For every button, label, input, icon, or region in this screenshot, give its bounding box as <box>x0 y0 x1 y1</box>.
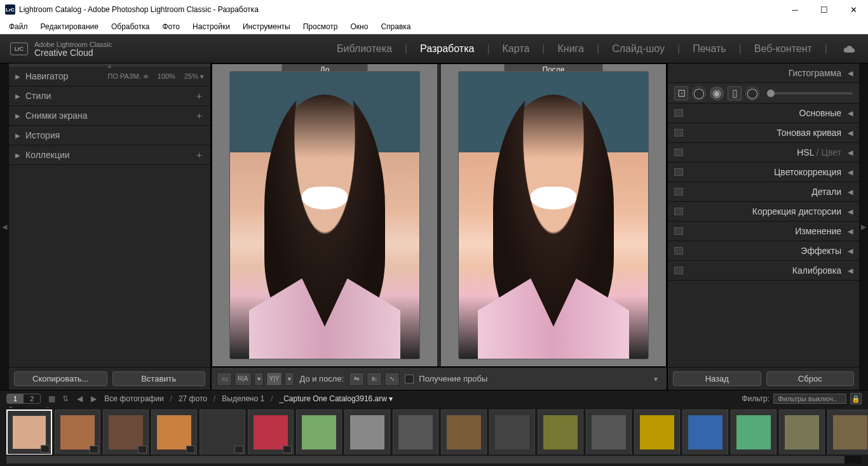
module-print[interactable]: Печать <box>684 39 735 58</box>
menu-view[interactable]: Просмотр <box>297 20 344 33</box>
before-view[interactable]: До <box>212 64 437 366</box>
before-after-lr-button[interactable]: Y|Y <box>266 372 283 386</box>
filter-lock-icon[interactable]: 🔒 <box>850 393 862 404</box>
loupe-view-button[interactable]: ▭ <box>217 372 232 386</box>
soft-proof-checkbox[interactable] <box>405 375 414 383</box>
swap-before-after-button[interactable]: ⇆ <box>349 372 364 386</box>
radial-filter-button[interactable]: ◯ <box>745 86 759 100</box>
navigator-zoom-25[interactable]: 25% ▾ <box>184 72 204 81</box>
menu-settings[interactable]: Настройки <box>186 20 236 33</box>
panel-switch-icon[interactable] <box>674 109 683 117</box>
hsl-color-header[interactable]: HSL / Цвет◀ <box>668 143 859 163</box>
window-close-button[interactable]: ✕ <box>839 0 868 19</box>
menu-file[interactable]: Файл <box>3 20 34 33</box>
left-panel-collapse[interactable]: ◀ <box>0 63 9 390</box>
thumbnail[interactable]: 13⇅ <box>586 409 632 455</box>
panel-switch-icon[interactable] <box>674 247 683 255</box>
presets-header[interactable]: ▶Стили＋ <box>9 86 210 106</box>
plus-icon[interactable]: ＋ <box>194 110 204 122</box>
calibration-panel-header[interactable]: Калибровка◀ <box>668 261 859 281</box>
copy-after-to-before-button[interactable]: ⤡ <box>384 372 400 386</box>
panel-switch-icon[interactable] <box>674 188 683 196</box>
menu-tools[interactable]: Инструменты <box>236 20 297 33</box>
detail-panel-header[interactable]: Детали◀ <box>668 182 859 202</box>
top-panel-toggle[interactable]: ▲ <box>107 62 113 69</box>
plus-icon[interactable]: ＋ <box>194 90 204 102</box>
prev-photo-icon[interactable]: ◀ <box>75 394 84 403</box>
filmstrip-source[interactable]: Все фотографии <box>104 394 163 403</box>
plus-icon[interactable]: ＋ <box>194 149 204 161</box>
reference-view-button[interactable]: R|A <box>234 372 252 386</box>
thumbnail[interactable]: 4⇅ <box>151 409 197 455</box>
module-map[interactable]: Карта <box>494 39 539 58</box>
thumbnail-strip[interactable]: 1⇅2⇅3⇅4⇅5⇅6⇅7⇅8⇅9⇅10⇅11⇅12⇅13⇅14⇅15⇅16⇅1… <box>0 407 868 455</box>
sort-icon[interactable]: ⇅ <box>61 394 70 403</box>
thumbnail[interactable]: 6⇅ <box>248 409 294 455</box>
thumbnail[interactable]: 12⇅ <box>538 409 583 455</box>
module-library[interactable]: Библиотека <box>328 39 401 58</box>
panel-switch-icon[interactable] <box>674 267 683 274</box>
panel-switch-icon[interactable] <box>674 208 683 215</box>
menu-window[interactable]: Окно <box>344 20 375 33</box>
menu-help[interactable]: Справка <box>374 20 417 33</box>
menu-edit[interactable]: Редактирование <box>34 20 105 33</box>
redeye-tool-button[interactable]: ◉ <box>710 86 724 100</box>
reference-dropdown[interactable]: ▾ <box>254 372 264 386</box>
mask-slider[interactable] <box>767 92 853 95</box>
panel-switch-icon[interactable] <box>674 149 683 156</box>
histogram-header[interactable]: Гистограмма◀ <box>668 63 859 83</box>
module-book[interactable]: Книга <box>549 39 593 58</box>
next-photo-icon[interactable]: ▶ <box>89 394 98 403</box>
filter-dropdown[interactable]: Фильтры выключ.. <box>773 394 846 404</box>
navigator-zoom-100[interactable]: 100% <box>158 72 175 80</box>
after-view[interactable]: После <box>441 64 666 366</box>
paste-settings-button[interactable]: Вставить <box>112 371 206 386</box>
thumbnail[interactable]: 9⇅ <box>393 409 438 455</box>
thumbnail[interactable]: 15⇅ <box>682 409 728 455</box>
copy-settings-button[interactable]: Скопировать... <box>14 371 107 386</box>
effects-panel-header[interactable]: Эффекты◀ <box>668 241 859 261</box>
before-after-dropdown[interactable]: ▾ <box>285 372 294 386</box>
thumbnail[interactable]: 10⇅ <box>441 409 487 455</box>
masking-tool-button[interactable]: ▯ <box>728 86 742 100</box>
snapshots-header[interactable]: ▶Снимки экрана＋ <box>9 106 210 126</box>
lens-corrections-header[interactable]: Коррекция дисторсии◀ <box>668 202 859 222</box>
collections-header[interactable]: ▶Коллекции＋ <box>9 145 210 165</box>
crop-tool-button[interactable]: ⊡ <box>674 86 688 100</box>
panel-switch-icon[interactable] <box>674 168 683 176</box>
tone-curve-header[interactable]: Тоновая кривая◀ <box>668 123 859 143</box>
previous-button[interactable]: Назад <box>673 371 761 386</box>
color-grading-header[interactable]: Цветокоррекция◀ <box>668 163 859 182</box>
history-header[interactable]: ▶История <box>9 126 210 145</box>
thumbnail[interactable]: 17⇅ <box>779 409 825 455</box>
filmstrip-scrollbar[interactable] <box>6 456 862 463</box>
toolbar-options-dropdown[interactable]: ▾ <box>650 375 661 383</box>
grid-view-icon[interactable]: ▦ <box>47 394 56 403</box>
cloud-sync-icon[interactable] <box>843 44 855 53</box>
reset-button[interactable]: Сброс <box>766 371 855 386</box>
thumbnail[interactable]: 1⇅ <box>6 409 52 455</box>
thumbnail[interactable]: 3⇅ <box>103 409 149 455</box>
transform-panel-header[interactable]: Изменение◀ <box>668 222 859 241</box>
thumbnail[interactable]: 18⇅ <box>827 409 868 455</box>
menu-photo[interactable]: Фото <box>156 20 186 33</box>
thumbnail[interactable]: 5⇅ <box>200 409 245 455</box>
menu-develop[interactable]: Обработка <box>105 20 156 33</box>
panel-switch-icon[interactable] <box>674 129 683 136</box>
thumbnail[interactable]: 14⇅ <box>634 409 680 455</box>
copy-before-to-after-button[interactable]: ⇇ <box>367 372 382 386</box>
window-maximize-button[interactable]: ☐ <box>810 0 839 19</box>
basic-panel-header[interactable]: Основные◀ <box>668 103 859 123</box>
thumbnail[interactable]: 7⇅ <box>296 409 342 455</box>
module-web[interactable]: Веб-контент <box>745 39 821 58</box>
spot-removal-button[interactable]: ◯ <box>692 86 706 100</box>
thumbnail[interactable]: 8⇅ <box>344 409 390 455</box>
thumbnail[interactable]: 16⇅ <box>731 409 776 455</box>
panel-switch-icon[interactable] <box>674 227 683 235</box>
module-slideshow[interactable]: Слайд-шоу <box>603 39 674 58</box>
thumbnail[interactable]: 11⇅ <box>489 409 535 455</box>
thumbnail[interactable]: 2⇅ <box>55 409 100 455</box>
module-develop[interactable]: Разработка <box>411 39 483 58</box>
monitor-toggle[interactable]: 12 <box>6 394 41 404</box>
window-minimize-button[interactable]: ─ <box>780 0 810 19</box>
